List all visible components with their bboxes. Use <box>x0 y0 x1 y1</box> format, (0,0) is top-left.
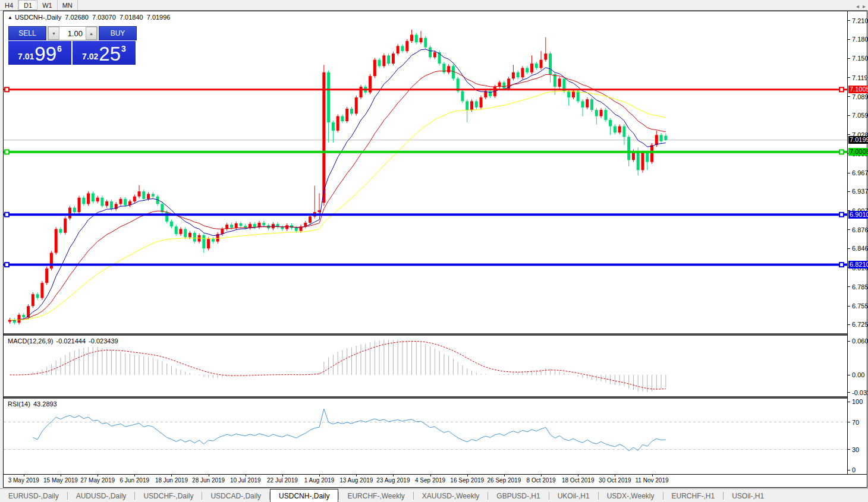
candle-body <box>637 151 640 171</box>
candle-body <box>188 233 191 237</box>
candle-body <box>480 97 483 108</box>
candle-body <box>397 46 400 53</box>
line-handle[interactable] <box>839 150 844 154</box>
price-tick-label: 6.75510 <box>852 302 868 310</box>
volume-decrease-icon[interactable]: ▼ <box>48 27 59 40</box>
volume-input[interactable]: 1.00 <box>59 27 86 40</box>
one-click-panel-toggle-icon[interactable]: ▲ <box>8 15 12 20</box>
symbol-tab-eurchf[interactable]: EURCHF-,Weekly <box>339 489 413 502</box>
symbol-tab-usdcad[interactable]: USDCAD-,Daily <box>202 489 269 502</box>
candle-body <box>502 83 505 89</box>
candle-body <box>138 191 141 196</box>
buy-button[interactable]: BUY <box>99 26 137 40</box>
candle-body <box>32 294 34 306</box>
volume-increase-icon[interactable]: ▲ <box>86 27 97 40</box>
symbol-tab-audusd[interactable]: AUDUSD-,Daily <box>68 489 135 502</box>
macd-panel-canvas[interactable] <box>4 336 847 396</box>
candle-body <box>512 72 515 79</box>
price-tick-label: 6.72540 <box>852 321 868 328</box>
candle-body <box>540 60 543 68</box>
date-tick-label: 22 Jul 2019 <box>267 477 298 484</box>
rsi-tick-mark <box>848 470 850 471</box>
candle-body <box>604 110 607 120</box>
price-tick-mark <box>848 286 850 287</box>
symbol-tab-gbpusd[interactable]: GBPUSD-,H1 <box>488 489 548 502</box>
candle-body <box>567 91 570 97</box>
sell-price-display[interactable]: 7.01 99 6 <box>8 41 71 65</box>
timeframe-button-w1[interactable]: W1 <box>37 0 58 10</box>
candle-body <box>235 223 238 228</box>
candle-body <box>553 74 556 87</box>
candle-body <box>22 315 25 317</box>
symbol-tab-xauusd[interactable]: XAUUSD-,Weekly <box>414 489 488 502</box>
rsi-panel-canvas[interactable] <box>4 399 847 474</box>
buy-price-display[interactable]: 7.02 25 3 <box>73 41 136 65</box>
candle-body <box>489 91 492 96</box>
line-handle[interactable] <box>5 263 9 267</box>
tabbar-scroll-right-icon[interactable]: ▸ <box>863 3 866 10</box>
symbol-tab-usdx[interactable]: USDX-,Weekly <box>599 489 663 502</box>
ohlc-high: 7.03070 <box>92 14 116 21</box>
tabbar-nav: ◂▸ <box>853 3 866 10</box>
date-tick-mark <box>541 475 542 476</box>
line-handle[interactable] <box>5 87 9 91</box>
candle-body <box>350 109 353 113</box>
candle-body <box>262 223 265 225</box>
macd-tick-mark <box>848 392 850 393</box>
line-handle[interactable] <box>839 213 844 217</box>
chart-window: ▲USDCNH-,Daily 7.02680 7.03070 7.01840 7… <box>3 11 867 488</box>
candle-body <box>401 46 404 50</box>
chart-symbol-title: USDCNH-,Daily <box>15 14 61 21</box>
candle-body <box>36 294 39 298</box>
timeframe-button-h4[interactable]: H4 <box>0 0 18 10</box>
price-tick-mark <box>848 134 850 135</box>
date-tick-mark <box>356 475 357 476</box>
candle-body <box>285 225 288 229</box>
candle-body <box>415 34 418 42</box>
line-handle[interactable] <box>5 213 9 217</box>
date-tick-mark <box>615 475 615 476</box>
line-handle[interactable] <box>839 263 844 267</box>
buy-price-point: 3 <box>121 44 126 53</box>
date-tick-mark <box>430 475 431 476</box>
price-tick-label: 7.05930 <box>852 112 868 119</box>
line-handle[interactable] <box>5 150 9 154</box>
buy-price-pips: 25 <box>99 45 121 63</box>
symbol-tab-ukoil[interactable]: UKOil-,H1 <box>549 489 598 502</box>
candle-body <box>240 223 243 226</box>
date-tick-label: 26 Sep 2019 <box>488 477 521 484</box>
price-tick-mark <box>848 324 850 325</box>
candle-body <box>175 226 178 234</box>
symbol-tab-eurchf[interactable]: EURCHF-,H1 <box>663 489 724 502</box>
candle-body <box>447 66 450 72</box>
date-tick-label: 8 Oct 2019 <box>527 477 556 484</box>
price-marker-6.82103: 6.82103 <box>848 261 868 269</box>
candle-body <box>360 87 363 97</box>
candle-body <box>581 101 584 108</box>
symbol-tab-eurusd[interactable]: EURUSD-,Daily <box>0 489 67 502</box>
candle-body <box>124 199 127 206</box>
candle-body <box>100 198 103 206</box>
symbol-tab-usdchf[interactable]: USDCHF-,Daily <box>135 489 202 502</box>
candle-body <box>193 233 196 242</box>
candle-body <box>202 235 205 248</box>
candle-body <box>96 198 99 201</box>
tabbar-scroll-left-icon[interactable]: ◂ <box>856 3 859 10</box>
symbol-tab-usoil[interactable]: USOil-,H1 <box>724 489 772 502</box>
candle-body <box>475 101 478 108</box>
sell-button[interactable]: SELL <box>8 26 46 40</box>
timeframe-button-mn[interactable]: MN <box>58 0 78 10</box>
symbol-tab-usdcnh[interactable]: USDCNH-,Daily <box>270 489 338 502</box>
candle-body <box>355 97 358 113</box>
candle-body <box>387 55 390 64</box>
price-marker-6.90100: 6.90100 <box>848 211 868 219</box>
line-handle[interactable] <box>839 87 844 91</box>
candle-body <box>295 228 298 231</box>
price-tick-label: 6.87660 <box>852 226 868 233</box>
timeframe-button-d1[interactable]: D1 <box>18 0 37 10</box>
price-marker-7.10051: 7.10051 <box>848 86 868 93</box>
candle-body <box>341 116 344 121</box>
rsi-tick-mark <box>848 422 850 422</box>
date-tick-mark <box>61 475 61 476</box>
date-tick-label: 27 May 2019 <box>80 477 115 484</box>
